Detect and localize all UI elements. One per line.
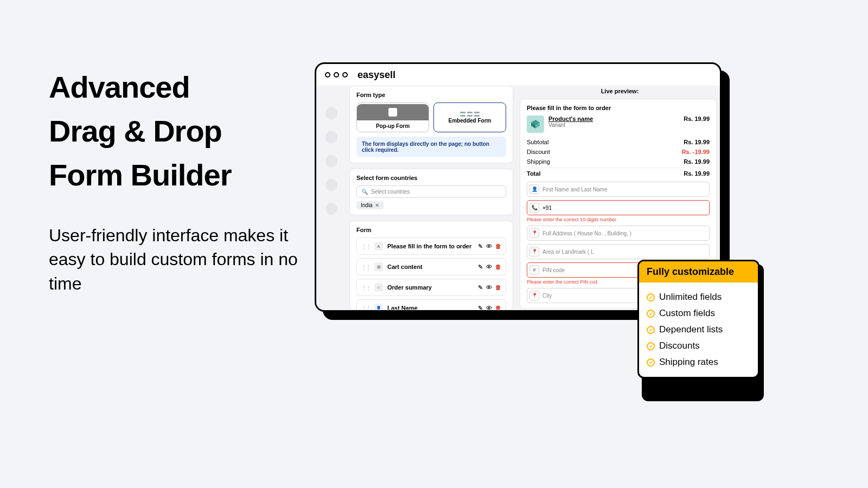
sidebar-item[interactable] (326, 107, 337, 119)
visibility-icon[interactable]: 👁 (486, 243, 492, 250)
sidebar (316, 86, 346, 310)
visibility-icon[interactable]: 👁 (486, 264, 492, 271)
drag-handle-icon[interactable]: ⋮⋮ (361, 305, 370, 311)
countries-input[interactable]: 🔍 Select countries (356, 185, 506, 198)
form-field-item[interactable]: ⋮⋮👤Last Name✎👁🗑 (356, 299, 506, 310)
check-icon: ✓ (647, 342, 655, 350)
area-field[interactable]: 📍 Area or Landmark ( L (527, 244, 710, 259)
sidebar-item[interactable] (326, 131, 337, 143)
product-image (527, 115, 544, 133)
check-icon: ✓ (647, 326, 655, 334)
field-type-icon: A (374, 242, 383, 251)
form-fields-card: Form ⋮⋮APlease fill in the form to order… (349, 221, 513, 310)
phone-icon: 📞 (529, 203, 539, 213)
location-icon: 📍 (529, 291, 539, 300)
location-icon: 📍 (529, 228, 539, 238)
close-icon[interactable]: ✕ (375, 202, 379, 208)
edit-icon[interactable]: ✎ (478, 264, 483, 271)
form-type-card: Form type Pop-up Form Embedded Form The … (349, 86, 513, 163)
delete-icon[interactable]: 🗑 (495, 284, 501, 291)
address-field[interactable]: 📍 Full Address ( House No. , Building, ) (527, 226, 710, 241)
sidebar-item[interactable] (326, 203, 337, 215)
callout-title: Fully customizable (639, 261, 758, 282)
delete-icon[interactable]: 🗑 (495, 264, 501, 271)
form-type-label: Form type (356, 92, 506, 98)
check-icon: ✓ (647, 358, 655, 367)
user-icon: 👤 (529, 184, 539, 194)
product-name[interactable]: Product's name (548, 115, 679, 122)
hero-subtitle: User-friendly interface makes it easy to… (49, 223, 298, 296)
callout-item: ✓Discounts (647, 338, 750, 354)
drag-handle-icon[interactable]: ⋮⋮ (361, 285, 370, 291)
brand-logo: easysell (358, 69, 395, 81)
product-variant: Variant (548, 122, 679, 128)
location-icon: 📍 (529, 247, 539, 256)
form-field-item[interactable]: ⋮⋮⊞Cart content✎👁🗑 (356, 258, 506, 275)
form-field-item[interactable]: ⋮⋮APlease fill in the form to order✎👁🗑 (356, 237, 506, 255)
drag-handle-icon[interactable]: ⋮⋮ (361, 243, 370, 249)
edit-icon[interactable]: ✎ (478, 305, 483, 311)
sidebar-item[interactable] (326, 155, 337, 167)
drag-handle-icon[interactable]: ⋮⋮ (361, 264, 370, 270)
hero-title: Advanced Drag & Drop Form Builder (49, 65, 298, 197)
phone-field[interactable]: 📞 +91 (527, 200, 710, 215)
embedded-form-option[interactable]: Embedded Form (433, 102, 506, 132)
form-type-info: The form displays directly on the page; … (356, 137, 506, 157)
visibility-icon[interactable]: 👁 (486, 284, 492, 291)
edit-icon[interactable]: ✎ (478, 243, 483, 250)
form-section-label: Form (356, 227, 506, 233)
delete-icon[interactable]: 🗑 (495, 305, 501, 311)
callout-item: ✓Shipping rates (647, 354, 750, 370)
search-icon: 🔍 (361, 189, 368, 195)
check-icon: ✓ (647, 310, 655, 318)
field-type-icon: ≡ (374, 283, 383, 292)
visibility-icon[interactable]: 👁 (486, 305, 492, 311)
hash-icon: # (529, 265, 539, 275)
field-type-icon: 👤 (374, 304, 383, 310)
form-field-item[interactable]: ⋮⋮≡Order summary✎👁🗑 (356, 279, 506, 296)
product-price: Rs. 19.99 (684, 115, 710, 122)
country-chip[interactable]: India ✕ (356, 201, 384, 209)
field-type-icon: ⊞ (374, 262, 383, 271)
field-label: Order summary (387, 284, 474, 291)
callout-item: ✓Custom fields (647, 305, 750, 322)
name-field[interactable]: 👤 First Name and Last Name (527, 182, 710, 197)
delete-icon[interactable]: 🗑 (495, 243, 501, 250)
phone-error: Please enter the correct 10-digits numbe… (527, 217, 710, 222)
callout-item: ✓Dependent lists (647, 322, 750, 338)
window-controls[interactable] (325, 72, 348, 78)
countries-label: Select form countries (356, 175, 506, 181)
preview-title: Please fill in the form to order (527, 105, 710, 111)
edit-icon[interactable]: ✎ (478, 284, 483, 291)
sidebar-item[interactable] (326, 179, 337, 191)
preview-header: Live preview: (520, 86, 720, 99)
popup-form-option[interactable]: Pop-up Form (356, 102, 429, 132)
check-icon: ✓ (647, 293, 655, 301)
field-label: Please fill in the form to order (387, 243, 474, 249)
field-label: Cart content (387, 264, 474, 270)
callout-item: ✓Unlimited fields (647, 289, 750, 305)
callout-box: Fully customizable ✓Unlimited fields✓Cus… (637, 260, 760, 378)
countries-card: Select form countries 🔍 Select countries… (349, 169, 513, 215)
field-label: Last Name (387, 305, 474, 310)
